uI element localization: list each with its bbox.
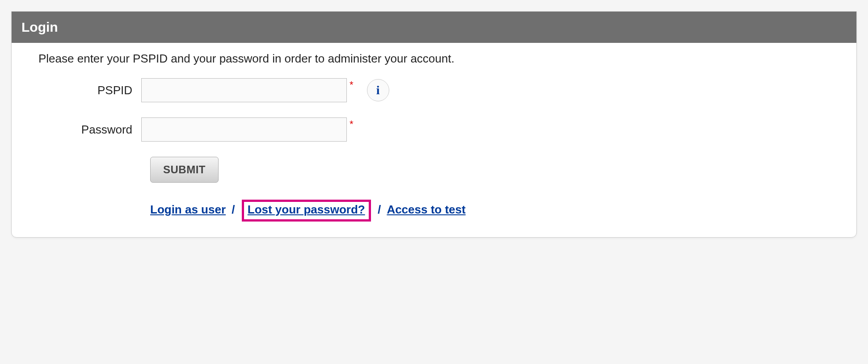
panel-header: Login [12, 12, 856, 43]
submit-button[interactable]: SUBMIT [150, 157, 219, 183]
pspid-row: PSPID * i [38, 78, 830, 102]
submit-row: SUBMIT [150, 157, 830, 183]
password-row: Password * [38, 117, 830, 142]
login-as-user-link[interactable]: Login as user [150, 203, 226, 216]
password-input[interactable] [141, 117, 347, 142]
info-icon[interactable]: i [367, 79, 389, 101]
link-separator: / [378, 203, 381, 216]
required-mark: * [350, 79, 354, 91]
lost-password-link[interactable]: Lost your password? [248, 203, 365, 216]
password-input-wrap: * [141, 117, 354, 142]
links-row: Login as user / Lost your password? / Ac… [150, 200, 830, 222]
pspid-input-wrap: * i [141, 78, 389, 102]
lost-password-highlight: Lost your password? [242, 200, 371, 222]
panel-title: Login [21, 20, 58, 34]
link-separator: / [232, 203, 235, 216]
pspid-input[interactable] [141, 78, 347, 102]
instruction-text: Please enter your PSPID and your passwor… [38, 52, 830, 66]
password-label: Password [38, 123, 141, 137]
required-mark: * [350, 118, 354, 130]
info-icon-glyph: i [376, 83, 380, 97]
panel-body: Please enter your PSPID and your passwor… [12, 43, 856, 237]
login-panel: Login Please enter your PSPID and your p… [11, 11, 857, 238]
pspid-label: PSPID [38, 84, 141, 97]
access-to-test-link[interactable]: Access to test [387, 203, 465, 216]
